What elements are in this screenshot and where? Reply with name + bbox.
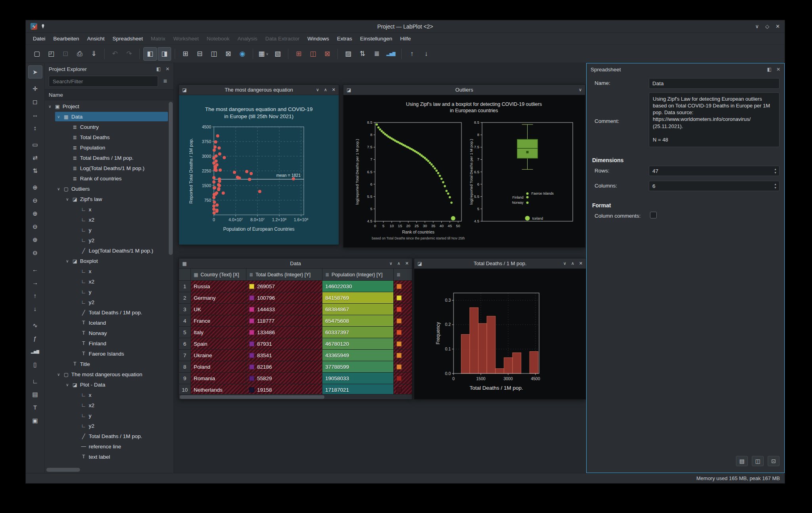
menu-ansicht[interactable]: Ansicht: [83, 34, 109, 43]
properties-dock-header[interactable]: Spreadsheet ◧ ✕: [587, 63, 784, 75]
toggle-properties-dock-button[interactable]: ◨: [158, 47, 171, 61]
tree-item-content[interactable]: ∟x: [72, 390, 168, 400]
expander-icon[interactable]: ∨: [55, 115, 62, 119]
normalize-columns-button[interactable]: ≣: [370, 47, 383, 61]
search-input[interactable]: [49, 76, 158, 87]
menu-bearbeiten[interactable]: Bearbeiten: [50, 34, 83, 43]
tree-item-content[interactable]: ╱Total Deaths / 1M pop.: [72, 308, 168, 317]
mdi-minimize-button[interactable]: ∨: [579, 87, 582, 92]
tree-item-y2[interactable]: ∟y2: [46, 297, 168, 307]
clear-spreadsheet-button[interactable]: ⊠: [320, 47, 334, 61]
add-axis-button[interactable]: ∟: [28, 375, 42, 388]
tree-item-population[interactable]: ≣Population: [46, 142, 168, 153]
tree-item-content[interactable]: TFaeroe Islands: [72, 349, 168, 358]
tree-item-content[interactable]: ∨◪Boxplot: [64, 256, 168, 266]
cell-deaths-per-1m[interactable]: [394, 292, 412, 304]
row-number[interactable]: 7: [179, 350, 191, 361]
column-header-total-deaths-integer-y[interactable]: ≣Total Deaths {Integer} [Y]: [246, 269, 322, 281]
tree-item-text-label[interactable]: Ttext label: [46, 452, 168, 462]
new-project-button[interactable]: ▢: [30, 47, 44, 61]
spin-up-icon[interactable]: ▴: [774, 167, 776, 171]
minimize-button[interactable]: ∨: [755, 23, 759, 29]
auto-scale-y-button[interactable]: ⇅: [28, 164, 42, 177]
window-titlebar[interactable]: ∿ Project — LabPlot <2> ∨ ◇ ✕: [26, 20, 785, 33]
expander-icon[interactable]: ∨: [55, 187, 62, 191]
row-number[interactable]: 8: [179, 361, 191, 373]
tree-item-boxplot[interactable]: ∨◪Boxplot: [46, 256, 168, 266]
tree-item-y2[interactable]: ∟y2: [46, 235, 168, 245]
cell-total-deaths[interactable]: 55829: [246, 373, 322, 384]
toggle-project-explorer-button[interactable]: ◧: [143, 47, 157, 61]
tree-item-content[interactable]: ≣Total Deaths: [64, 132, 168, 142]
save-template-button[interactable]: ◫: [752, 456, 764, 466]
tree-item-norway[interactable]: TNorway: [46, 328, 168, 338]
insert-column-left-button[interactable]: ◫: [207, 47, 221, 61]
tree-item-y2[interactable]: ∟y2: [46, 421, 168, 431]
tree-item-faeroe-islands[interactable]: TFaeroe Islands: [46, 348, 168, 359]
window-data-spreadsheet[interactable]: ▦ Data ∨ ∧ ✕ ▦Country {Text} [X]≣Total D…: [179, 258, 412, 400]
tree-item-content[interactable]: ≣Population: [64, 143, 168, 152]
cell-total-deaths[interactable]: 82186: [246, 361, 322, 373]
cell-deaths-per-1m[interactable]: [394, 361, 412, 373]
tree-item-content[interactable]: ∟y: [72, 225, 168, 235]
tree-item-content[interactable]: ∨▣Project: [46, 101, 168, 111]
tree-item-content[interactable]: ╱Log(Total Deaths/1 M pop.): [72, 246, 168, 255]
tree-item-y[interactable]: ∟y: [46, 287, 168, 297]
cell-deaths-per-1m[interactable]: [394, 384, 412, 394]
mdi-restore-button[interactable]: ∧: [571, 261, 574, 266]
auto-scale-button[interactable]: ▭: [28, 138, 42, 151]
expander-icon[interactable]: ∨: [64, 197, 71, 201]
columns-spinner[interactable]: ▴ ▾: [649, 181, 780, 191]
expander-icon[interactable]: ∨: [64, 383, 71, 387]
comment-field[interactable]: Using Zipf's Law for detecting European …: [649, 92, 780, 147]
cell-population[interactable]: 46780120: [322, 338, 394, 350]
mdi-close-button[interactable]: ✕: [579, 261, 583, 266]
rows-input[interactable]: [649, 168, 773, 174]
expander-icon[interactable]: ∨: [55, 372, 62, 377]
close-dock-icon[interactable]: ✕: [776, 67, 780, 72]
mdi-minimize-button[interactable]: ∨: [389, 261, 393, 266]
spin-down-icon[interactable]: ▾: [774, 186, 776, 190]
add-xy-curve-button[interactable]: ∿: [28, 319, 42, 332]
spin-down-icon[interactable]: ▾: [774, 171, 776, 174]
zoom-x-select-tool-button[interactable]: ↔: [28, 108, 42, 121]
shift-right-x-button[interactable]: →: [28, 276, 42, 289]
tree-item-content[interactable]: ∟y2: [72, 297, 168, 307]
column-comments-checkbox[interactable]: [650, 212, 657, 218]
tree-item-content[interactable]: ∟y: [72, 287, 168, 297]
menu-einstellungen[interactable]: Einstellungen: [356, 34, 396, 43]
tree-item-total-deaths-1m-pop[interactable]: ╱Total Deaths / 1M pop.: [46, 431, 168, 441]
cell-population[interactable]: 68384867: [322, 304, 394, 315]
rows-spinner[interactable]: ▴ ▾: [649, 166, 780, 176]
tree-item-total-deaths-1m-pop[interactable]: ≣Total Deaths / 1M pop.: [46, 153, 168, 163]
cell-deaths-per-1m[interactable]: [394, 373, 412, 384]
columns-input[interactable]: [649, 183, 773, 189]
window-outliers[interactable]: ◪ Outliers ∨ Using Zipf's law and a boxp…: [343, 84, 585, 248]
menu-datei[interactable]: Datei: [29, 34, 50, 43]
add-columns-button[interactable]: ◫: [306, 47, 320, 61]
cell-country[interactable]: Russia: [191, 281, 246, 292]
dropdown-arrow-icon[interactable]: ∨: [266, 52, 269, 56]
column-header-item[interactable]: ≣: [394, 269, 412, 281]
cell-population[interactable]: 60337397: [322, 327, 394, 338]
mdi-close-button[interactable]: ✕: [332, 87, 335, 92]
row-number[interactable]: 2: [179, 292, 191, 304]
tree-item-finland[interactable]: TFinland: [46, 338, 168, 348]
tree-item-outliers[interactable]: ∨▢Outliers: [46, 184, 168, 194]
cell-total-deaths[interactable]: 133486: [246, 327, 322, 338]
cell-population[interactable]: 19058033: [322, 373, 394, 384]
cell-deaths-per-1m[interactable]: [394, 281, 412, 292]
scrollbar-thumb[interactable]: [46, 468, 80, 472]
insert-row-above-button[interactable]: ⊞: [179, 47, 192, 61]
add-boxplot-button[interactable]: ▯: [28, 358, 42, 371]
window-most-dangerous-equation[interactable]: ◪ The most dangerous equation ∨ ∧ ✕ 04.0…: [179, 84, 339, 245]
tree-item-content[interactable]: Ttext label: [72, 452, 168, 461]
zoom-select-tool-button[interactable]: ◻: [28, 95, 42, 108]
tree-item-content[interactable]: TNorway: [72, 328, 168, 338]
row-number[interactable]: 9: [179, 373, 191, 384]
tree-item-content[interactable]: TTitle: [64, 359, 168, 369]
cell-country[interactable]: Italy: [191, 327, 246, 338]
tree-item-content[interactable]: ∨▢The most dangerous equation: [55, 369, 168, 379]
tree-item-content[interactable]: ∟y2: [72, 421, 168, 431]
cell-deaths-per-1m[interactable]: [394, 315, 412, 327]
